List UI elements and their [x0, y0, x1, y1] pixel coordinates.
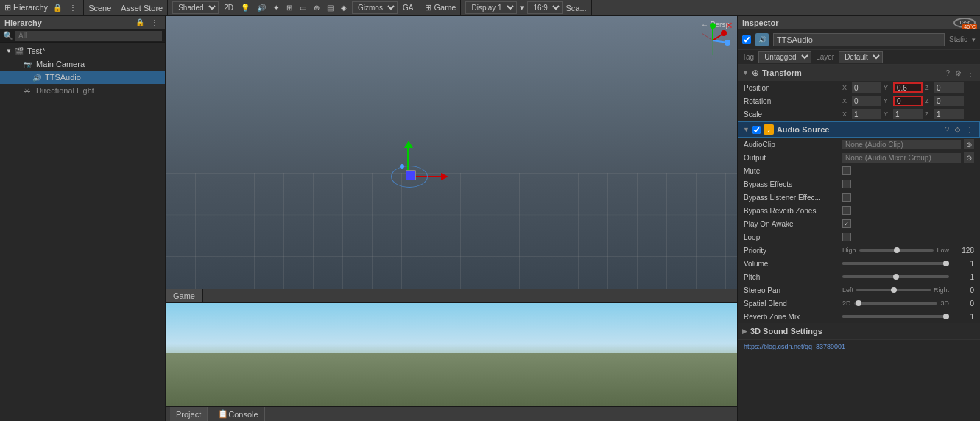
spatial-blend-track[interactable] [854, 302, 938, 305]
tree-item-test[interactable]: ▼ 🎬 Test* [0, 44, 165, 57]
rotation-z-group: Z [925, 96, 964, 106]
audio-btn[interactable]: 🔊 [255, 3, 268, 13]
layer-label: Layer [816, 53, 834, 61]
inspector-panel: Inspector 13% 40°C 🔊 Static ▾ Tag Untagg… [737, 16, 980, 421]
transform-settings-btn[interactable]: ⚙ [953, 69, 963, 77]
aspect-select[interactable]: 16:9 [527, 1, 563, 14]
game-ground [166, 353, 737, 406]
render-mode-select[interactable]: Shaded [172, 1, 219, 14]
hierarchy-lock-btn[interactable]: 🔒 [133, 18, 147, 27]
scale-x-input[interactable] [852, 109, 881, 119]
pitch-track[interactable] [842, 275, 949, 278]
transform-icon: ⊕ [752, 68, 759, 78]
2d-toggle-btn[interactable]: 2D [222, 3, 236, 13]
volume-track[interactable] [842, 262, 949, 265]
audio-menu-btn[interactable]: ⋮ [965, 126, 975, 134]
light-btn[interactable]: 💡 [239, 3, 252, 13]
center-area: ← Persp [166, 16, 737, 421]
audioclip-input[interactable] [842, 140, 961, 149]
priority-thumb[interactable] [894, 247, 900, 253]
reverb-thumb[interactable] [943, 314, 949, 319]
scale-z-input[interactable] [934, 109, 964, 119]
camera-icon: 📷 [24, 60, 34, 68]
rotation-z-input[interactable] [934, 96, 964, 106]
console-tab-label: Console [228, 410, 258, 419]
audio-help-btn[interactable]: ? [943, 126, 951, 134]
game-tab[interactable]: Game [166, 289, 203, 302]
project-tab-label: Project [176, 410, 201, 419]
stereo-pan-thumb[interactable] [891, 287, 897, 293]
object-name-input[interactable] [773, 33, 945, 46]
reverb-track[interactable] [842, 315, 949, 318]
scale-row: Scale X Y Z [738, 107, 980, 121]
pitch-row: Pitch 1 [738, 270, 980, 283]
output-input[interactable] [842, 153, 961, 163]
rotation-x-input[interactable] [852, 96, 881, 106]
toolbar-btn1[interactable]: ▭ [297, 3, 309, 13]
mute-checkbox[interactable] [842, 166, 851, 175]
bypass-listener-row: Bypass Listener Effec... [738, 191, 980, 204]
transform-help-btn[interactable]: ? [944, 69, 951, 77]
reverb-row: Reverb Zone Mix 1 [738, 310, 980, 323]
bypass-listener-checkbox[interactable] [842, 193, 851, 202]
main-area: Hierarchy 🔒 ⋮ 🔍 ▼ 🎬 Test* 📷 Main Camera [0, 16, 980, 421]
hierarchy-more-btn[interactable]: ⋮ [149, 18, 161, 27]
bypass-effects-checkbox[interactable] [842, 180, 851, 188]
tree-item-maincamera[interactable]: 📷 Main Camera [0, 57, 165, 71]
pitch-thumb[interactable] [893, 274, 899, 280]
priority-track[interactable] [859, 249, 934, 252]
output-dot-btn[interactable]: ⊙ [964, 152, 974, 163]
hierarchy-search-input[interactable] [15, 31, 162, 41]
grid-btn[interactable]: ⊞ [284, 3, 295, 13]
transform-menu-btn[interactable]: ⋮ [965, 69, 976, 77]
toolbar-separator: ▾ [520, 3, 524, 13]
audio-enable-checkbox[interactable] [752, 126, 761, 134]
toolbar-btn4[interactable]: ◈ [339, 3, 349, 13]
audio-source-header[interactable]: ▼ ♪ Audio Source ? ⚙ ⋮ [738, 121, 980, 138]
layer-select[interactable]: Default [839, 51, 883, 63]
toolbar-btn3[interactable]: ▤ [325, 3, 336, 13]
reverb-label: Reverb Zone Mix [744, 313, 839, 321]
tree-item-dirlight[interactable]: ☀ Directional Light [0, 84, 165, 97]
close-x-icon[interactable]: ✕ [725, 21, 733, 31]
spatial-blend-thumb[interactable] [856, 300, 861, 306]
rotation-y-group: Y [884, 96, 923, 106]
stereo-pan-track[interactable] [856, 289, 931, 291]
console-tab[interactable]: 📋 Console [212, 407, 264, 421]
tree-item-ttsaudio[interactable]: 🔊 TTSAudio [0, 71, 165, 84]
hierarchy-tree: ▼ 🎬 Test* 📷 Main Camera 🔊 TTSAudio ☀ Dir… [0, 43, 165, 421]
rotation-y-input[interactable] [893, 96, 923, 106]
static-dropdown[interactable]: ▾ [972, 36, 976, 43]
bypass-reverb-checkbox[interactable] [842, 206, 851, 215]
toolbar-btn2[interactable]: ⊕ [311, 3, 322, 13]
volume-thumb[interactable] [943, 261, 949, 266]
stereo-pan-row: Stereo Pan Left Right 0 [738, 283, 980, 297]
loop-checkbox[interactable] [842, 233, 851, 241]
display-select[interactable]: Display 1 [465, 1, 517, 14]
audioclip-dot-btn[interactable]: ⊙ [964, 139, 974, 149]
transform-header[interactable]: ▼ ⊕ Transform ? ⚙ ⋮ [738, 65, 980, 81]
position-z-input[interactable] [934, 82, 964, 93]
play-on-awake-checkbox[interactable]: ✓ [842, 219, 851, 228]
tag-select[interactable]: Untagged [758, 51, 811, 63]
svg-point-6 [710, 23, 716, 29]
audio-settings-btn[interactable]: ⚙ [953, 126, 962, 134]
toolbar-more-btn[interactable]: ⋮ [67, 3, 79, 13]
fx-btn[interactable]: ✦ [271, 3, 281, 13]
toolbar-lock-btn[interactable]: 🔒 [51, 3, 64, 13]
scale-x-label: X [842, 110, 851, 118]
gizmos-select[interactable]: Gizmos [352, 1, 398, 14]
toolbar-game-label: ⊞ Game [425, 3, 456, 13]
object-enable-checkbox[interactable] [742, 35, 751, 44]
sound3d-header[interactable]: ▶ 3D Sound Settings [738, 323, 980, 339]
position-y-input[interactable] [893, 82, 923, 93]
scale-y-input[interactable] [893, 109, 923, 119]
toolbar-hierarchy-section: ⊞ Hierarchy 🔒 ⋮ [0, 0, 84, 15]
position-x-input[interactable] [852, 82, 881, 93]
loop-label: Loop [744, 233, 839, 241]
play-on-awake-value: ✓ [842, 219, 974, 228]
sound3d-arrow: ▶ [742, 328, 747, 335]
toolbar-pin-btn[interactable]: GA [401, 3, 415, 13]
project-tab[interactable]: Project [170, 407, 208, 421]
game-area: Game [166, 289, 737, 406]
